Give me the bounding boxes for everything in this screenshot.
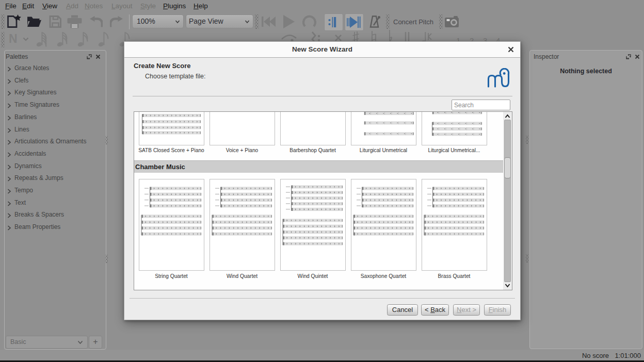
svg-text:Chamber Music: Chamber Music xyxy=(135,163,185,171)
svg-text:Brass Quartet: Brass Quartet xyxy=(438,273,471,279)
svg-text:Wind Quintet: Wind Quintet xyxy=(298,273,328,279)
svg-text:Voice + Piano: Voice + Piano xyxy=(226,147,259,153)
svg-text:Liturgical Unmetrical: Liturgical Unmetrical xyxy=(360,147,407,153)
svg-text:Wind Quartet: Wind Quartet xyxy=(227,273,257,279)
svg-text:SATB Closed Score + Piano: SATB Closed Score + Piano xyxy=(138,147,204,153)
svg-text:String Quartet: String Quartet xyxy=(155,273,188,279)
svg-text:Saxophone Quartet: Saxophone Quartet xyxy=(361,273,407,279)
svg-text:Barbershop Quartet: Barbershop Quartet xyxy=(289,147,336,153)
svg-text:Liturgical Unmetrical...: Liturgical Unmetrical... xyxy=(428,147,480,153)
